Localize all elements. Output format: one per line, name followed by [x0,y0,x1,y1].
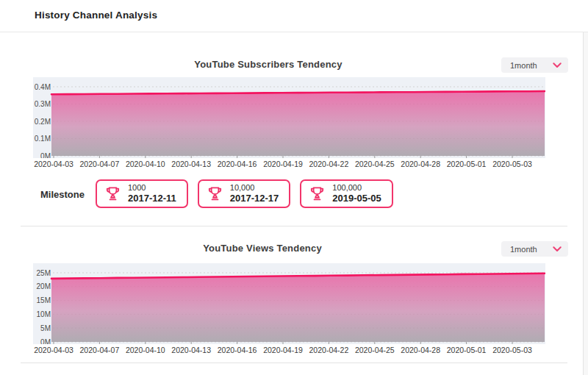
page-title: History Channel Analysis [35,10,157,21]
bottom-divider [21,362,567,363]
subscribers-range-select[interactable]: 1month [501,57,568,73]
views-chart[interactable]: 25M20M15M10M5M0M [33,263,545,344]
milestone-date: 2019-05-05 [332,193,381,204]
milestone-value: 10,000 [230,183,279,193]
milestone-value: 100,000 [332,183,381,193]
svg-text:0.4M: 0.4M [35,83,51,91]
svg-text:10M: 10M [37,310,51,318]
svg-text:0.3M: 0.3M [35,100,51,108]
trophy-icon [104,185,122,203]
views-range-select[interactable]: 1month [501,241,568,257]
chevron-down-icon [553,246,562,252]
svg-text:25M: 25M [37,269,51,277]
chevron-down-icon [553,63,562,68]
milestone-badge: 1000 2017-12-11 [96,179,188,208]
trophy-icon [308,185,326,203]
views-x-axis-labels: 2020-04-032020-04-072020-04-102020-04-13… [0,346,588,356]
subscribers-chart-title: YouTube Subscribers Tendency [0,59,537,70]
svg-text:0.1M: 0.1M [35,135,51,143]
range-select-value: 1month [510,245,537,254]
subscribers-x-axis-labels: 2020-04-032020-04-072020-04-102020-04-13… [0,160,588,170]
milestone-badge: 10,000 2017-12-17 [198,179,291,208]
svg-text:0.2M: 0.2M [35,118,51,126]
views-chart-title: YouTube Views Tendency [0,243,525,254]
milestone-badges: 1000 2017-12-11 10,000 2017-12-17 [96,179,393,208]
milestone-label: Milestone [40,189,85,200]
header-divider [0,32,588,32]
page-scrollbar[interactable] [583,32,588,375]
milestone-badge: 100,000 2019-05-05 [300,179,393,208]
milestone-date: 2017-12-11 [128,193,176,204]
trophy-icon [206,185,224,203]
svg-text:5M: 5M [40,324,51,332]
subscribers-chart[interactable]: 0.4M0.3M0.2M0.1M0M [33,77,545,158]
svg-text:0M: 0M [40,338,51,345]
range-select-value: 1month [510,61,537,70]
svg-text:20M: 20M [37,282,51,290]
svg-text:0M: 0M [40,152,51,159]
section-divider [21,226,567,226]
milestone-value: 1000 [128,183,176,193]
milestone-date: 2017-12-17 [230,193,279,204]
svg-text:15M: 15M [37,296,51,304]
